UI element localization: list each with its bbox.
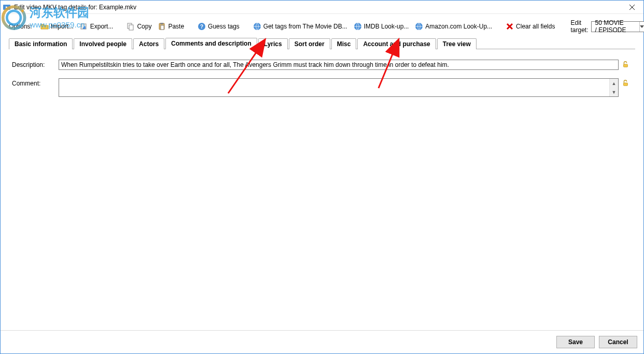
lock-open-icon[interactable] [622,79,629,87]
tab-content: Description: Comment: ▲ ▼ [1,49,643,330]
toolbar: Options: Import... Export... Copy Paste [1,14,643,38]
save-button[interactable]: Save [556,336,595,348]
clear-icon [506,22,514,31]
scroll-down-icon[interactable]: ▼ [610,88,618,96]
tab-lyrics[interactable]: Lyrics [258,38,288,49]
window-title: Edit video MKV tag details for: Example.… [14,4,621,11]
edit-target-select[interactable]: 50 MOVIE / EPISODE [591,21,644,32]
svg-rect-8 [160,23,163,24]
description-row: Description: [12,60,632,70]
titlebar: Edit video MKV tag details for: Example.… [1,1,643,14]
description-input[interactable] [59,60,619,70]
tab-sort-order[interactable]: Sort order [289,38,330,49]
comment-textarea[interactable] [59,79,609,96]
scrollbar[interactable]: ▲ ▼ [609,79,618,96]
clear-all-label: Clear all fields [516,23,555,30]
import-label: Import... [51,23,74,30]
app-icon [3,3,11,11]
svg-text:?: ? [200,24,203,30]
guess-tags-button[interactable]: ? Guess tags [194,21,243,32]
svg-rect-19 [624,64,628,67]
clear-all-button[interactable]: Clear all fields [502,21,558,32]
tab-tree-view[interactable]: Tree view [437,38,477,49]
amazon-lookup-label: Amazon.com Look-Up... [425,23,492,30]
web-icon [415,22,423,31]
get-tags-tmdb-button[interactable]: Get tags from The Movie DB... [250,21,351,32]
paste-label: Paste [168,23,184,30]
tab-basic-information[interactable]: Basic information [9,38,73,49]
tabs-container: Basic information Involved people Actors… [1,38,643,49]
comment-row: Comment: ▲ ▼ [12,78,632,325]
tab-comments-description[interactable]: Comments and description [165,38,257,49]
edit-target-label: Edit target: [570,19,588,34]
help-icon: ? [198,22,206,31]
svg-rect-6 [129,25,133,30]
web-icon [253,22,261,31]
tab-account-purchase[interactable]: Account and purchase [357,38,436,49]
web-icon [354,22,362,31]
copy-label: Copy [137,23,151,30]
copy-button[interactable]: Copy [123,21,155,32]
copy-icon [127,22,135,31]
svg-rect-9 [161,25,164,30]
amazon-lookup-button[interactable]: Amazon.com Look-Up... [412,21,495,32]
comment-label: Comment: [12,78,59,87]
paste-icon [158,22,166,31]
folder-open-icon [40,22,49,31]
guess-tags-label: Guess tags [208,23,240,30]
edit-target-value: 50 MOVIE / EPISODE [595,19,639,34]
close-button[interactable] [621,1,643,14]
tab-misc[interactable]: Misc [331,38,357,49]
tab-actors[interactable]: Actors [133,38,164,49]
get-tags-tmdb-label: Get tags from The Movie DB... [263,23,347,30]
imdb-lookup-button[interactable]: IMDB Look-up... [351,21,412,32]
import-button[interactable]: Import... [37,21,77,32]
svg-marker-18 [640,25,644,28]
description-label: Description: [12,60,59,68]
cancel-button[interactable]: Cancel [599,336,637,348]
tabs: Basic information Involved people Actors… [9,38,635,49]
chevron-down-icon [639,22,644,32]
export-button[interactable]: Export... [77,21,117,32]
svg-rect-20 [624,83,628,86]
imdb-lookup-label: IMDB Look-up... [364,23,409,30]
lock-open-icon[interactable] [622,61,629,68]
options-label: Options: [9,23,32,30]
tab-involved-people[interactable]: Involved people [74,38,132,49]
scroll-up-icon[interactable]: ▲ [610,79,618,88]
export-label: Export... [90,23,114,30]
paste-button[interactable]: Paste [155,21,187,32]
export-icon [80,22,88,31]
footer: Save Cancel [1,330,643,353]
